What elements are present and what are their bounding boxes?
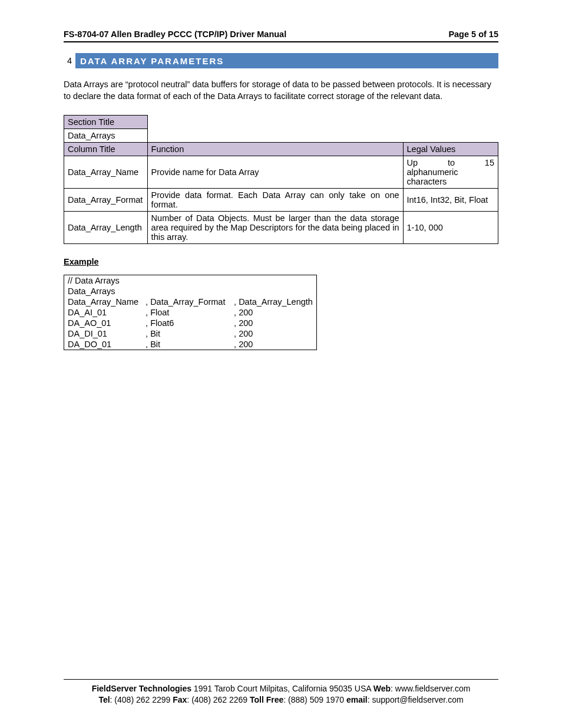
param-legal: Int16, Int32, Bit, Float bbox=[403, 189, 498, 212]
section-title-label: Section Title bbox=[64, 116, 148, 129]
section-number: 4 bbox=[64, 53, 75, 68]
footer-web-label: Web bbox=[373, 684, 391, 693]
table-row: DA_AI_01 , Float , 200 bbox=[64, 307, 317, 318]
table-row: Data_Array_Name , Data_Array_Format , Da… bbox=[64, 297, 317, 307]
legal-part: to bbox=[448, 158, 455, 167]
footer-email-label: email bbox=[346, 695, 368, 704]
table-row: Data_Arrays bbox=[64, 129, 498, 143]
footer-email: : support@fieldserver.com bbox=[368, 695, 464, 704]
table-row: Data_Array_Format Provide data format. E… bbox=[64, 189, 498, 212]
footer-line-1: FieldServer Technologies 1991 Tarob Cour… bbox=[64, 683, 498, 694]
page-number: Page 5 of 15 bbox=[448, 29, 498, 39]
footer-tollfree: : (888) 509 1970 bbox=[283, 695, 346, 704]
page-header: FS-8704-07 Allen Bradley PCCC (TCP/IP) D… bbox=[64, 29, 498, 41]
legal-part: Up bbox=[407, 158, 418, 167]
page-footer: FieldServer Technologies 1991 Tarob Cour… bbox=[64, 679, 498, 706]
section-heading: 4 DATA ARRAY PARAMETERS bbox=[64, 53, 498, 68]
example-section: Data_Arrays bbox=[64, 286, 317, 297]
param-function: Provide data format. Each Data Array can… bbox=[147, 189, 403, 212]
param-name: Data_Array_Format bbox=[64, 189, 148, 212]
example-cell: , 200 bbox=[230, 339, 316, 350]
footer-address: 1991 Tarob Court Milpitas, California 95… bbox=[191, 684, 373, 693]
example-cell: , Float bbox=[142, 307, 230, 318]
table-row: DA_AO_01 , Float6 , 200 bbox=[64, 318, 317, 328]
empty-cell bbox=[147, 129, 498, 143]
table-row: Data_Array_Name Provide name for Data Ar… bbox=[64, 156, 498, 189]
param-legal: Up to 15 alphanumeric characters bbox=[403, 156, 498, 189]
footer-fax: : (408) 262 2269 bbox=[187, 695, 250, 704]
function-label: Function bbox=[147, 143, 403, 156]
legal-part: alphanumeric characters bbox=[407, 167, 494, 186]
param-function: Provide name for Data Array bbox=[147, 156, 403, 189]
table-row: DA_DO_01 , Bit , 200 bbox=[64, 339, 317, 350]
table-row: Data_Arrays bbox=[64, 286, 317, 297]
example-cell: , 200 bbox=[230, 328, 316, 339]
footer-divider bbox=[64, 679, 498, 680]
footer-line-2: Tel: (408) 262 2299 Fax: (408) 262 2269 … bbox=[64, 694, 498, 706]
section-title: DATA ARRAY PARAMETERS bbox=[80, 56, 224, 66]
table-row: DA_DI_01 , Bit , 200 bbox=[64, 328, 317, 339]
parameters-table: Section Title Data_Arrays Column Title F… bbox=[64, 115, 498, 244]
param-function: Number of Data Objects. Must be larger t… bbox=[147, 212, 403, 244]
example-cell: , 200 bbox=[230, 307, 316, 318]
table-row: Section Title bbox=[64, 116, 498, 129]
example-comment: // Data Arrays bbox=[64, 275, 317, 286]
footer-fax-label: Fax bbox=[173, 695, 187, 704]
param-name: Data_Array_Name bbox=[64, 156, 148, 189]
table-row: Column Title Function Legal Values bbox=[64, 143, 498, 156]
footer-tel: : (408) 262 2299 bbox=[110, 695, 173, 704]
legal-part: 15 bbox=[485, 158, 494, 167]
example-heading: Example bbox=[64, 257, 498, 266]
table-row: // Data Arrays bbox=[64, 275, 317, 286]
example-header-cell: , Data_Array_Length bbox=[230, 297, 316, 307]
doc-title: FS-8704-07 Allen Bradley PCCC (TCP/IP) D… bbox=[64, 29, 286, 39]
example-cell: , Bit bbox=[142, 328, 230, 339]
example-cell: DA_AI_01 bbox=[64, 307, 143, 318]
example-cell: , Bit bbox=[142, 339, 230, 350]
example-cell: DA_DO_01 bbox=[64, 339, 143, 350]
empty-cell bbox=[147, 116, 498, 129]
footer-web: : www.fieldserver.com bbox=[391, 684, 470, 693]
example-header-cell: , Data_Array_Format bbox=[142, 297, 230, 307]
intro-paragraph: Data Arrays are “protocol neutral” data … bbox=[64, 79, 498, 102]
table-row: Data_Array_Length Number of Data Objects… bbox=[64, 212, 498, 244]
example-cell: DA_DI_01 bbox=[64, 328, 143, 339]
example-cell: , Float6 bbox=[142, 318, 230, 328]
footer-tollfree-label: Toll Free bbox=[250, 695, 283, 704]
header-divider bbox=[64, 41, 498, 42]
example-header-cell: Data_Array_Name bbox=[64, 297, 143, 307]
legal-values-label: Legal Values bbox=[403, 143, 498, 156]
document-page: FS-8704-07 Allen Bradley PCCC (TCP/IP) D… bbox=[0, 0, 562, 728]
column-title-label: Column Title bbox=[64, 143, 148, 156]
param-legal: 1-10, 000 bbox=[403, 212, 498, 244]
footer-company: FieldServer Technologies bbox=[92, 684, 191, 693]
param-name: Data_Array_Length bbox=[64, 212, 148, 244]
footer-tel-label: Tel bbox=[98, 695, 110, 704]
example-cell: DA_AO_01 bbox=[64, 318, 143, 328]
example-table: // Data Arrays Data_Arrays Data_Array_Na… bbox=[64, 275, 317, 350]
example-cell: , 200 bbox=[230, 318, 316, 328]
section-title-value: Data_Arrays bbox=[64, 129, 148, 143]
